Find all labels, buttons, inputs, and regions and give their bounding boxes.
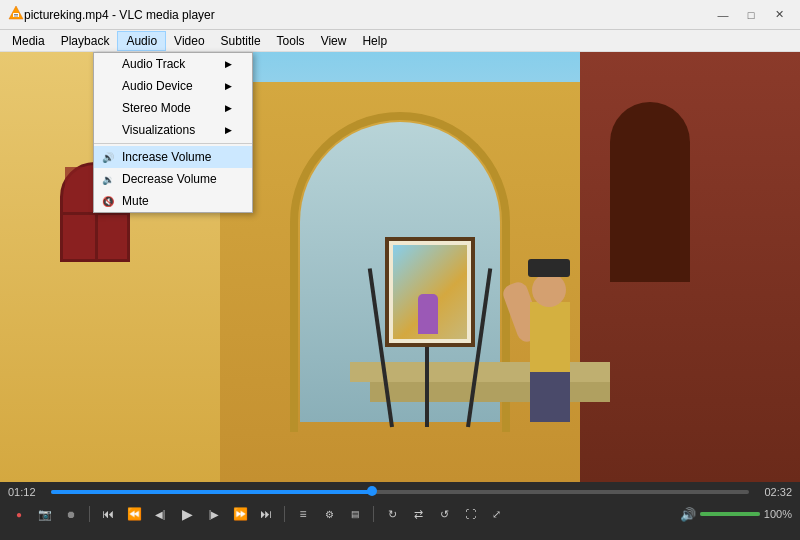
svg-rect-3 bbox=[14, 16, 18, 17]
stop-button[interactable]: ● bbox=[8, 503, 30, 525]
stereo-mode-icon bbox=[100, 100, 116, 116]
extended-button[interactable]: ⚙ bbox=[318, 503, 340, 525]
menu-item-subtitle[interactable]: Subtitle bbox=[213, 32, 269, 50]
menubar: Media Playback Audio Video Subtitle Tool… bbox=[0, 30, 800, 52]
menu-mute[interactable]: 🔇 Mute bbox=[94, 190, 252, 212]
decrease-volume-icon: 🔉 bbox=[100, 171, 116, 187]
previous-button[interactable]: ⏮ bbox=[97, 503, 119, 525]
right-building bbox=[580, 52, 800, 482]
playlist-view-button[interactable]: ▤ bbox=[344, 503, 366, 525]
menu-visualizations[interactable]: Visualizations bbox=[94, 119, 252, 141]
menu-item-audio[interactable]: Audio bbox=[117, 31, 166, 51]
progress-area: 01:12 02:32 bbox=[8, 486, 792, 498]
painter-figure bbox=[510, 222, 590, 422]
menu-item-help[interactable]: Help bbox=[354, 32, 395, 50]
progress-fill bbox=[51, 490, 372, 494]
menu-item-tools[interactable]: Tools bbox=[269, 32, 313, 50]
minimize-button[interactable]: — bbox=[710, 5, 736, 25]
volume-area: 🔊 100% bbox=[680, 507, 792, 522]
separator1 bbox=[89, 506, 90, 522]
visualizations-icon bbox=[100, 122, 116, 138]
menu-item-view[interactable]: View bbox=[313, 32, 355, 50]
menu-increase-volume[interactable]: 🔊 Increase Volume bbox=[94, 146, 252, 168]
frame-back-button[interactable]: ◀| bbox=[149, 503, 171, 525]
right-arch bbox=[610, 102, 690, 282]
current-time: 01:12 bbox=[8, 486, 43, 498]
progress-handle bbox=[367, 486, 377, 496]
volume-fill bbox=[700, 512, 760, 516]
svg-marker-0 bbox=[9, 6, 23, 19]
titlebar: pictureking.mp4 - VLC media player — □ ✕ bbox=[0, 0, 800, 30]
menu-audio-track[interactable]: Audio Track bbox=[94, 53, 252, 75]
vlc-icon bbox=[8, 5, 24, 24]
audio-dropdown-menu: Audio Track Audio Device Stereo Mode Vis… bbox=[93, 52, 253, 213]
play-button[interactable]: ▶ bbox=[175, 502, 199, 526]
next-button[interactable]: ⏭ bbox=[255, 503, 277, 525]
snapshot-button[interactable]: 📷 bbox=[34, 503, 56, 525]
separator3 bbox=[373, 506, 374, 522]
loop2-button[interactable]: ↺ bbox=[433, 503, 455, 525]
loop-button[interactable]: ↻ bbox=[381, 503, 403, 525]
rewind-button[interactable]: ⏪ bbox=[123, 503, 145, 525]
maximize-button[interactable]: □ bbox=[738, 5, 764, 25]
volume-icon: 🔊 bbox=[680, 507, 696, 522]
forward-button[interactable]: ⏩ bbox=[229, 503, 251, 525]
fullscreen-button[interactable]: ⛶ bbox=[459, 503, 481, 525]
svg-rect-2 bbox=[14, 14, 18, 15]
record-button[interactable]: ⏺ bbox=[60, 503, 82, 525]
window-controls: — □ ✕ bbox=[710, 5, 792, 25]
increase-volume-icon: 🔊 bbox=[100, 149, 116, 165]
volume-percentage: 100% bbox=[764, 508, 792, 520]
random-button[interactable]: ⇄ bbox=[407, 503, 429, 525]
menu-decrease-volume[interactable]: 🔉 Decrease Volume bbox=[94, 168, 252, 190]
audio-device-icon bbox=[100, 78, 116, 94]
menu-item-video[interactable]: Video bbox=[166, 32, 212, 50]
mute-icon: 🔇 bbox=[100, 193, 116, 209]
player-controls: 01:12 02:32 ● 📷 ⏺ ⏮ ⏪ ◀| ▶ |▶ ⏩ ⏭ ≡ ⚙ bbox=[0, 482, 800, 540]
menu-item-playback[interactable]: Playback bbox=[53, 32, 118, 50]
separator2 bbox=[284, 506, 285, 522]
volume-bar[interactable] bbox=[700, 512, 760, 516]
total-time: 02:32 bbox=[757, 486, 792, 498]
menu-audio-device[interactable]: Audio Device bbox=[94, 75, 252, 97]
audio-track-icon bbox=[100, 56, 116, 72]
frame-forward-button[interactable]: |▶ bbox=[203, 503, 225, 525]
menu-stereo-mode[interactable]: Stereo Mode bbox=[94, 97, 252, 119]
buttons-row: ● 📷 ⏺ ⏮ ⏪ ◀| ▶ |▶ ⏩ ⏭ ≡ ⚙ ▤ ↻ ⇄ ↺ ⛶ ⤢ bbox=[8, 502, 792, 526]
window-title: pictureking.mp4 - VLC media player bbox=[24, 8, 710, 22]
playlist-button[interactable]: ≡ bbox=[292, 503, 314, 525]
menu-item-media[interactable]: Media bbox=[4, 32, 53, 50]
menu-separator bbox=[94, 143, 252, 144]
progress-bar[interactable] bbox=[51, 490, 749, 494]
easel bbox=[370, 227, 490, 427]
close-button[interactable]: ✕ bbox=[766, 5, 792, 25]
stretch-button[interactable]: ⤢ bbox=[485, 503, 507, 525]
